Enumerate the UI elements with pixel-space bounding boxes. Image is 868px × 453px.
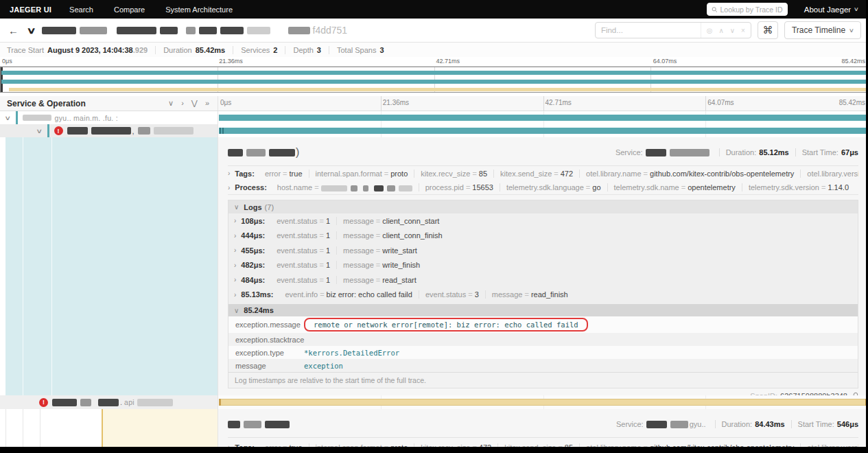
summary-item: Services2 <box>233 46 277 54</box>
view-selector-label: Trace Timeline <box>792 25 845 35</box>
collapse-one-icon[interactable]: ∨ <box>168 99 174 108</box>
log-entry[interactable]: ›455μs:event.status=1message=write_start <box>228 243 858 258</box>
redacted-block <box>42 27 76 34</box>
find-prev-icon[interactable]: ∧ <box>718 27 723 34</box>
logs-count: (7) <box>265 203 274 211</box>
expand-all-icon[interactable]: » <box>205 99 209 108</box>
redacted-block <box>52 399 77 406</box>
tick-labels: 0μs21.36ms42.71ms64.07ms85.42ms <box>218 96 868 111</box>
redacted-block <box>199 27 217 34</box>
trace-lookup-box[interactable] <box>707 3 788 16</box>
log-fields: event.status=1message=write_start <box>270 246 423 255</box>
log-entry[interactable]: ›482μs:event.status=1message=write_finis… <box>228 258 858 273</box>
error-icon: ! <box>39 398 48 407</box>
timeline-tick: 21.36ms <box>217 58 243 65</box>
expanded-log-header[interactable]: ∨ 85.24ms <box>228 304 858 316</box>
timeline-tick: 64.07ms <box>705 99 734 106</box>
redacted-block <box>288 27 310 34</box>
find-next-icon[interactable]: ∨ <box>730 27 735 34</box>
span-detail-header: Service: gyu.. Duration: 84.43ms Start T… <box>228 415 858 433</box>
span-duration-bar[interactable] <box>219 128 867 134</box>
selected-span-tint <box>5 137 218 395</box>
nav-item-system-architecture[interactable]: System Architecture <box>165 5 233 14</box>
log-fields: event.status=1message=client_conn_start <box>270 217 445 225</box>
tag-item: message=client_conn_start <box>337 217 445 225</box>
timeline-tick: 0μs <box>0 58 12 65</box>
span-color-accent <box>47 124 49 137</box>
timeline-grid-header: Service & Operation ∨ › ⋁ » 0μs21.36ms42… <box>0 96 868 111</box>
host-name-tag: host.name= <box>271 183 419 191</box>
timeline-tick: 21.36ms <box>381 99 409 106</box>
collapse-all-icon[interactable]: ⋁ <box>191 99 198 108</box>
exception-field-key: exception.type <box>228 349 304 357</box>
timeline-tick: 42.71ms <box>434 58 460 65</box>
expand-one-icon[interactable]: › <box>181 99 184 108</box>
span-row-root[interactable]: ∨ gyu.. main.m. .fu. : <box>0 111 868 124</box>
redacted-block <box>265 421 290 428</box>
exception-field-row: exception.type*kerrors.DetailedError <box>228 346 858 359</box>
about-jaeger-menu[interactable]: About Jaeger ∨ <box>804 5 858 14</box>
process-row[interactable]: › Process: host.name= process.pid=15653t… <box>228 181 858 195</box>
process-list: host.name= process.pid=15653telemetry.sd… <box>271 183 855 191</box>
trace-minimap[interactable]: 0μs21.36ms42.71ms64.07ms85.42ms <box>0 57 868 94</box>
trace-collapse-chevron-icon[interactable]: ∨ <box>27 25 36 36</box>
nav-items: SearchCompareSystem Architecture <box>69 5 253 14</box>
tag-item: telemetry.sdk.language=go <box>500 183 608 191</box>
tags-row[interactable]: › Tags: error=trueinternal.span.format=p… <box>228 166 858 181</box>
redacted-block <box>246 149 266 156</box>
log-marker <box>220 128 221 134</box>
summary-item: Total Spans3 <box>329 46 384 54</box>
indent-guide <box>51 137 52 395</box>
span-label: api <box>124 398 134 406</box>
log-fields: event.info=biz error: echo called failde… <box>279 290 574 299</box>
find-match-icon[interactable]: ◎ <box>707 27 713 34</box>
tag-item: event.status=3 <box>419 290 486 299</box>
log-entry[interactable]: ›85.13ms:event.info=biz error: echo call… <box>228 288 858 303</box>
view-selector-dropdown[interactable]: Trace Timeline ∨ <box>784 21 861 39</box>
tags-list: error=trueinternal.span.format=protokite… <box>259 170 858 178</box>
service-fragment: gyu.. <box>690 420 706 428</box>
span-row-client-error[interactable]: ∨ ! , <box>0 124 868 137</box>
divider <box>795 148 796 156</box>
span-duration-bar[interactable] <box>219 399 867 406</box>
tag-item: message=write_finish <box>337 261 426 269</box>
nav-item-compare[interactable]: Compare <box>114 5 145 14</box>
redacted-block <box>244 421 261 428</box>
span-duration: 84.43ms <box>755 420 784 428</box>
about-jaeger-label: About Jaeger <box>804 5 851 14</box>
span-stats: Service: Duration: 85.12ms Start Time: 6… <box>615 148 858 156</box>
tag-item: event.status=1 <box>270 231 337 240</box>
tag-item: telemetry.sdk.name=opentelemetry <box>608 183 742 191</box>
logs-footnote: Log timestamps are relative to the start… <box>228 372 858 388</box>
chevron-down-icon[interactable]: ∨ <box>36 128 43 135</box>
find-controls: ◎ ∧ ∨ × <box>701 23 751 38</box>
find-input[interactable] <box>596 26 701 34</box>
log-entry[interactable]: ›444μs:event.status=1message=client_conn… <box>228 229 858 244</box>
exception-field-key: exception.message <box>228 321 304 329</box>
redacted-block <box>646 149 666 156</box>
timeline-tick: 42.71ms <box>543 99 572 106</box>
chevron-down-icon: ∨ <box>849 27 854 34</box>
nav-item-search[interactable]: Search <box>69 5 93 14</box>
tag-item: event.status=1 <box>270 217 337 225</box>
logs-header[interactable]: ∨ Logs (7) <box>228 200 858 213</box>
minimap-viewport[interactable] <box>0 67 868 93</box>
chevron-down-icon[interactable]: ∨ <box>4 115 11 121</box>
span-row-server-error[interactable]: ! . api <box>0 395 868 409</box>
tag-item: event.status=1 <box>270 261 337 269</box>
redacted-block <box>91 127 131 135</box>
redacted-block <box>228 149 243 156</box>
find-clear-icon[interactable]: × <box>741 27 745 34</box>
exception-field-key: exception.stacktrace <box>228 336 304 344</box>
back-button[interactable]: ← <box>8 25 19 36</box>
redacted-block <box>98 399 119 406</box>
chevron-down-icon: ∨ <box>234 307 239 314</box>
span-duration-bar[interactable] <box>219 115 867 121</box>
redacted-block <box>228 421 240 428</box>
service-operation-header: Service & Operation ∨ › ⋁ » <box>0 96 218 111</box>
trace-lookup-input[interactable] <box>720 5 782 14</box>
keyboard-shortcuts-button[interactable]: ⌘ <box>758 21 778 39</box>
redacted-block <box>160 27 178 34</box>
log-entry[interactable]: ›108μs:event.status=1message=client_conn… <box>228 213 858 229</box>
log-entry[interactable]: ›484μs:event.status=1message=read_start <box>228 272 858 288</box>
